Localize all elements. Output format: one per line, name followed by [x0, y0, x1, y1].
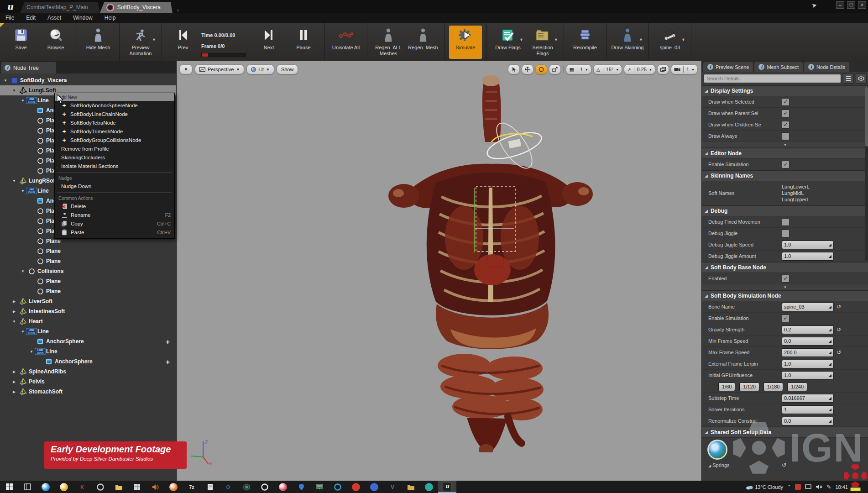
preset-1-120-button[interactable]: 1/120	[739, 383, 759, 391]
chevron-down-icon[interactable]: ▼	[554, 37, 558, 42]
Lit-button[interactable]: Lit▼	[246, 64, 274, 74]
select-tool-button[interactable]	[508, 64, 520, 74]
expand-open-icon[interactable]: ▼	[3, 79, 8, 83]
expand-open-icon[interactable]: ▼	[20, 269, 26, 273]
timeline-scrubber[interactable]	[201, 53, 246, 57]
reset-to-default-icon[interactable]: ↺	[837, 349, 841, 356]
tree-row-pelvis[interactable]: ▶Pelvis	[0, 377, 176, 387]
chevron-down-icon[interactable]: ▼	[681, 37, 685, 42]
regen-mesh-button[interactable]: Regen. Mesh	[407, 26, 439, 59]
camera-speed-control[interactable]: 1▼	[671, 64, 698, 74]
reset-to-default-icon[interactable]: ↺	[837, 326, 841, 333]
drag-grip-icon[interactable]: ◢	[829, 254, 831, 258]
menu-item-delete[interactable]: Delete	[55, 202, 174, 210]
Show-button[interactable]: Show	[277, 64, 298, 74]
drag-grip-icon[interactable]: ◢	[829, 362, 831, 366]
tree-row-line[interactable]: ▼LINECHAINLine	[0, 346, 176, 357]
value-input[interactable]: 0.016667◢	[782, 394, 834, 403]
menu-item-softbodylinechainnode[interactable]: +SoftBodyLineChainNode	[55, 110, 174, 118]
taskbar-folder-app[interactable]	[402, 481, 420, 493]
viewport-options-button[interactable]: ▼	[179, 64, 193, 74]
maximize-control[interactable]	[657, 64, 669, 74]
search-details-input[interactable]	[704, 74, 841, 83]
checkbox-checked[interactable]: ✓	[782, 98, 790, 106]
simulate-button[interactable]: Simulate	[449, 26, 482, 59]
menu-asset[interactable]: Asset	[47, 15, 61, 21]
checkbox-checked[interactable]: ✓	[782, 110, 790, 117]
tree-row-plane[interactable]: Plane	[0, 246, 176, 256]
tray-app-icon[interactable]	[795, 484, 801, 490]
selection-flags-button[interactable]: Selection Flags▼	[526, 26, 559, 59]
taskbar-red-app[interactable]	[347, 481, 365, 493]
rotate-tool-button[interactable]	[535, 64, 547, 74]
taskbar-outlook[interactable]: O	[219, 481, 237, 493]
menu-window[interactable]: Window	[73, 15, 93, 21]
pause-button[interactable]: Pause	[287, 26, 320, 59]
tree-row-heart[interactable]: ▼Heart	[0, 316, 176, 326]
minimize-button[interactable]: –	[836, 1, 844, 9]
taskbar-start[interactable]	[0, 481, 18, 493]
taskbar-visual-studio[interactable]: V	[383, 481, 402, 493]
tree-row-plane[interactable]: Plane	[0, 256, 176, 266]
reset-to-default-icon[interactable]: ↺	[782, 462, 786, 468]
taskbar-kdenlive[interactable]: K	[73, 481, 91, 493]
tab-overflow-icon[interactable]: ›	[177, 7, 179, 13]
taskbar-shield-app[interactable]	[237, 481, 256, 493]
tab-mesh-subsect[interactable]: iMesh Subsect	[754, 62, 803, 72]
details-scrollbar[interactable]	[865, 87, 868, 261]
expand-open-icon[interactable]: ▼	[11, 89, 17, 93]
tree-row-intestinessoft[interactable]: ▶IntestinesSoft	[0, 306, 176, 316]
tab-node-details[interactable]: iNode Details	[804, 62, 849, 72]
tree-row-liversoft[interactable]: ▶LiverSoft	[0, 296, 176, 306]
shared-data-thumbnail[interactable]	[707, 440, 727, 460]
expand-closed-icon[interactable]: ▶	[11, 299, 17, 304]
maximize-button[interactable]: □	[847, 1, 855, 9]
section-editor-node[interactable]: ◢Editor Node	[702, 148, 868, 159]
hide-mesh-button[interactable]: Hide Mesh	[82, 26, 115, 59]
taskbar-blue-app[interactable]	[365, 481, 383, 493]
expand-open-icon[interactable]: ▼	[20, 99, 26, 103]
save-button[interactable]: Save	[5, 26, 37, 59]
taskbar-7zip[interactable]: 7z	[183, 481, 201, 493]
checkbox-checked[interactable]: ✓	[782, 275, 790, 283]
menu-item-nudge-down[interactable]: Nudge Down	[55, 182, 174, 190]
drag-grip-icon[interactable]: ◢	[829, 339, 831, 343]
add-node-icon[interactable]: +	[166, 338, 170, 346]
tree-row-stomachsoft[interactable]: ▶StomachSoft	[0, 387, 176, 397]
expand-open-icon[interactable]: ▼	[29, 350, 34, 354]
taskbar-chrome[interactable]	[55, 481, 73, 493]
scale-snap-control[interactable]: ↗0.25▼	[624, 64, 655, 74]
weather-tray-item[interactable]: 13°C Cloudy	[746, 484, 783, 490]
display-tray-icon[interactable]	[805, 484, 811, 489]
menu-item-softbodygroupcollisionsnode[interactable]: +SoftBodyGroupCollisionsNode	[55, 136, 174, 144]
taskbar-notepad[interactable]	[201, 481, 219, 493]
taskbar-photos-app[interactable]	[128, 481, 146, 493]
checkbox-checked[interactable]: ✓	[782, 161, 790, 168]
tray-expand-icon[interactable]: ⌃	[787, 484, 791, 489]
expand-closed-icon[interactable]: ▶	[11, 390, 17, 394]
drag-grip-icon[interactable]: ◢	[829, 243, 831, 247]
menu-item-softbodyanchorspherenode[interactable]: +SoftBodyAnchorSphereNode	[55, 101, 174, 110]
taskbar-file-explorer[interactable]	[110, 481, 128, 493]
value-input[interactable]: 200.0◢	[782, 348, 834, 357]
drag-grip-icon[interactable]: ◢	[829, 408, 831, 412]
drag-grip-icon[interactable]: ◢	[829, 373, 831, 378]
section-soft-body-base-node[interactable]: ◢Soft Body Base Node	[702, 262, 868, 273]
preset-1-240-button[interactable]: 1/240	[787, 383, 807, 391]
menu-item-remove-from-profile[interactable]: Remove from Profile	[55, 144, 174, 153]
drag-grip-icon[interactable]: ◢	[829, 419, 831, 423]
tree-row-plane[interactable]: Plane	[0, 276, 176, 286]
tab-preview-scene[interactable]: iPreview Scene	[703, 62, 753, 72]
tree-row-collisions[interactable]: ▼Collisions	[0, 266, 176, 276]
tree-row-softbody_viscera[interactable]: ▼SoftBody_Viscera	[0, 75, 176, 85]
taskbar-defender[interactable]	[292, 481, 310, 493]
taskbar-firefox[interactable]	[164, 481, 183, 493]
scale-tool-button[interactable]	[549, 64, 561, 74]
eye-button[interactable]	[856, 73, 867, 84]
section-debug[interactable]: ◢Debug	[702, 205, 868, 216]
expand-closed-icon[interactable]: ▶	[11, 309, 17, 314]
menu-item-isolate-material-sections[interactable]: Isolate Material Sections	[55, 162, 174, 170]
tree-row-anchorsphere[interactable]: AnchorSphere+	[0, 336, 176, 346]
value-input[interactable]: 1.0◢	[782, 371, 834, 380]
unisolate-all-button[interactable]: Unisolate All	[329, 26, 362, 59]
